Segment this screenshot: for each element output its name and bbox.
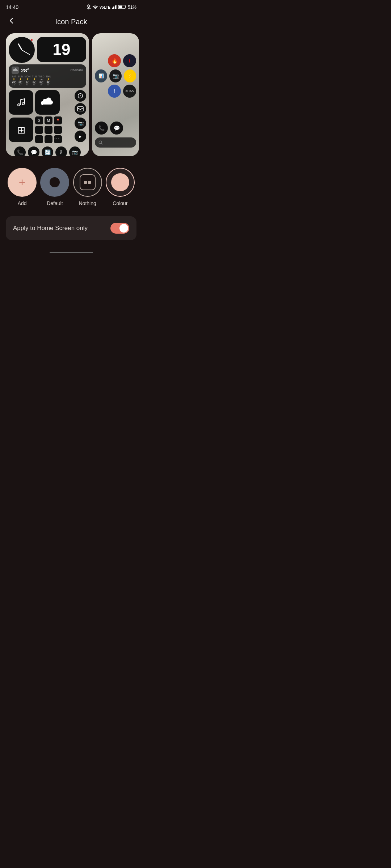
nothing-label: Nothing — [79, 200, 96, 206]
preview-card-main: 19 28° Chabahil SAT⚡28°21° SUN⚡25°20° MO… — [6, 33, 89, 156]
phone-screen-main: 19 28° Chabahil SAT⚡28°21° SUN⚡25°20° MO… — [6, 33, 89, 156]
default-circle — [40, 168, 69, 197]
colour-circle — [106, 168, 135, 197]
bluetooth-icon — [87, 4, 91, 10]
phone-screen-side: 🔥 t 📊 📷 ⚡ f PUBG 📞 💬 — [92, 33, 139, 156]
app-row-2: ⊞ G M 📍 ⋯ — [6, 116, 89, 145]
svg-rect-1 — [113, 7, 114, 9]
default-inner — [50, 177, 60, 187]
add-circle: + — [8, 168, 37, 197]
signal-icon — [112, 5, 117, 10]
colour-label: Colour — [113, 200, 127, 206]
music-app-icon — [9, 90, 33, 115]
weather-widget: 28° Chabahil SAT⚡28°21° SUN⚡25°20° MON⚡2… — [9, 64, 86, 88]
side-round-icons-2: 📷 ▶ — [75, 118, 86, 142]
calendar-app-icon: ⊞ — [9, 118, 33, 142]
back-arrow-icon — [8, 17, 16, 27]
side-apps: 🔥 t 📊 📷 ⚡ f PUBG 📞 💬 — [95, 54, 136, 148]
icon-option-add[interactable]: + Add — [8, 168, 37, 206]
top-bar: Icon Pack — [0, 13, 142, 33]
clock-widget — [9, 37, 35, 63]
side-round-icons — [75, 90, 86, 115]
status-time: 14:40 — [6, 4, 18, 10]
svg-rect-6 — [119, 5, 122, 8]
icon-option-default[interactable]: Default — [40, 168, 69, 206]
svg-rect-5 — [125, 6, 126, 8]
svg-rect-10 — [22, 103, 24, 105]
page-title: Icon Pack — [55, 18, 87, 26]
wifi-icon — [92, 5, 98, 10]
preview-section: 19 28° Chabahil SAT⚡28°21° SUN⚡25°20° MO… — [0, 33, 142, 156]
toggle-switch[interactable] — [110, 223, 129, 234]
back-button[interactable] — [6, 16, 17, 27]
bottom-nav — [0, 244, 142, 256]
svg-rect-3 — [116, 5, 117, 9]
status-icons: VoLTE 51% — [87, 4, 136, 10]
date-widget: 19 — [37, 37, 86, 62]
battery-percent: 51% — [128, 5, 136, 10]
default-label: Default — [47, 200, 63, 206]
icon-option-nothing[interactable]: Nothing — [73, 168, 102, 206]
status-bar: 14:40 VoLTE — [0, 0, 142, 13]
add-label: Add — [18, 200, 27, 206]
svg-rect-0 — [112, 8, 113, 9]
svg-rect-2 — [115, 5, 116, 9]
colour-inner — [111, 173, 129, 191]
icon-options: + Add Default Nothing Colour — [0, 156, 142, 212]
toggle-label: Apply to Home Screen only — [13, 225, 88, 232]
icon-option-colour[interactable]: Colour — [106, 168, 135, 206]
cloud-app-icon — [35, 90, 60, 115]
lte-icon: VoLTE — [100, 5, 110, 9]
app-dock: 📞 💬 🔄 🎙 📷 — [6, 145, 89, 156]
nothing-inner — [80, 174, 96, 190]
mini-icons-grid: G M 📍 ⋯ — [35, 116, 62, 143]
toggle-knob — [119, 224, 128, 233]
battery-icon — [118, 5, 126, 10]
plus-icon: + — [19, 176, 26, 189]
home-indicator — [50, 252, 93, 253]
toggle-section: Apply to Home Screen only — [6, 216, 136, 240]
svg-rect-9 — [18, 104, 20, 106]
app-row-1 — [6, 90, 89, 116]
nothing-circle — [73, 168, 102, 197]
preview-card-side: 🔥 t 📊 📷 ⚡ f PUBG 📞 💬 — [92, 33, 139, 156]
